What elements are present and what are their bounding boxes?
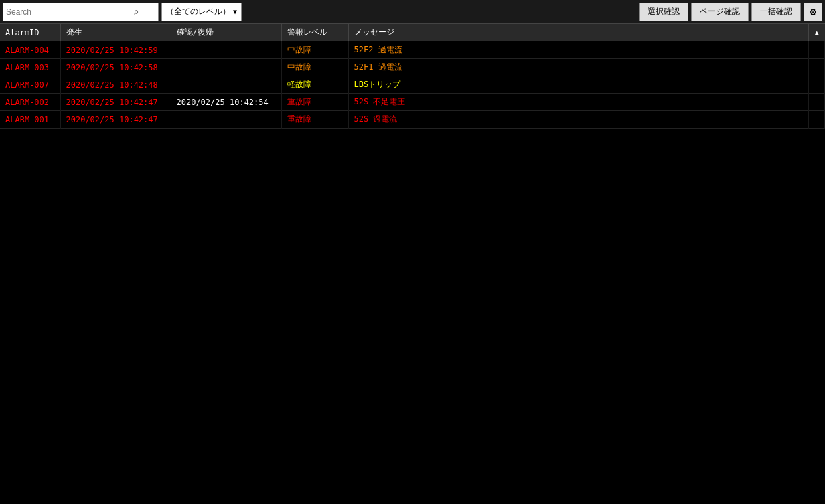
- cell-keihorebu: 中故障: [281, 59, 348, 76]
- col-header-alarm-id: AlarmID: [0, 24, 60, 41]
- toolbar: ⌕ （全てのレベル） ▼ 選択確認 ページ確認 一括確認 ⚙: [0, 0, 825, 24]
- alarm-table-container: AlarmID 発生 確認/復帰 警報レベル メッセージ ▲ ALARM-004…: [0, 24, 825, 504]
- alarm-table-body: ALARM-0042020/02/25 10:42:59中故障52F2 過電流A…: [0, 41, 825, 129]
- cell-hassei: 2020/02/25 10:42:58: [60, 59, 171, 76]
- settings-button[interactable]: ⚙: [804, 3, 822, 21]
- cell-hassei: 2020/02/25 10:42:59: [60, 41, 171, 59]
- cell-sort: [809, 41, 825, 59]
- col-header-keihorebu: 警報レベル: [281, 24, 348, 41]
- cell-sort: [809, 76, 825, 94]
- cell-kakunin: [171, 59, 281, 76]
- table-row[interactable]: ALARM-0042020/02/25 10:42:59中故障52F2 過電流: [0, 41, 825, 59]
- col-header-kakunin: 確認/復帰: [171, 24, 281, 41]
- cell-keihorebu: 中故障: [281, 41, 348, 59]
- cell-message: 52S 過電流: [348, 111, 809, 129]
- alarm-table: AlarmID 発生 確認/復帰 警報レベル メッセージ ▲ ALARM-004…: [0, 24, 825, 129]
- cell-hassei: 2020/02/25 10:42:47: [60, 94, 171, 111]
- cell-message: LBSトリップ: [348, 76, 809, 94]
- cell-message: 52F2 過電流: [348, 41, 809, 59]
- cell-keihorebu: 重故障: [281, 111, 348, 129]
- cell-alarm-id: ALARM-007: [0, 76, 60, 94]
- cell-message: 52F1 過電流: [348, 59, 809, 76]
- cell-sort: [809, 94, 825, 111]
- page-confirm-button[interactable]: ページ確認: [691, 3, 749, 21]
- select-confirm-button[interactable]: 選択確認: [639, 3, 688, 21]
- level-filter-label: （全てのレベル）: [166, 6, 230, 17]
- cell-hassei: 2020/02/25 10:42:47: [60, 111, 171, 129]
- cell-alarm-id: ALARM-004: [0, 41, 60, 59]
- cell-alarm-id: ALARM-001: [0, 111, 60, 129]
- cell-message: 52S 不足電圧: [348, 94, 809, 111]
- all-confirm-button[interactable]: 一括確認: [751, 3, 801, 21]
- cell-keihorebu: 重故障: [281, 94, 348, 111]
- col-header-message: メッセージ: [348, 24, 809, 41]
- cell-hassei: 2020/02/25 10:42:48: [60, 76, 171, 94]
- cell-alarm-id: ALARM-003: [0, 59, 60, 76]
- table-row[interactable]: ALARM-0072020/02/25 10:42:48軽故障LBSトリップ: [0, 76, 825, 94]
- search-icon: ⌕: [133, 7, 139, 17]
- table-header-row: AlarmID 発生 確認/復帰 警報レベル メッセージ ▲: [0, 24, 825, 41]
- col-header-hassei: 発生: [60, 24, 171, 41]
- table-row[interactable]: ALARM-0012020/02/25 10:42:47重故障52S 過電流: [0, 111, 825, 129]
- col-header-sort[interactable]: ▲: [809, 24, 825, 41]
- cell-kakunin: [171, 76, 281, 94]
- level-filter-dropdown[interactable]: （全てのレベル） ▼: [161, 3, 242, 21]
- cell-keihorebu: 軽故障: [281, 76, 348, 94]
- cell-kakunin: [171, 111, 281, 129]
- chevron-down-icon: ▼: [233, 8, 237, 15]
- search-wrapper: ⌕: [3, 3, 159, 21]
- cell-sort: [809, 59, 825, 76]
- table-row[interactable]: ALARM-0022020/02/25 10:42:472020/02/25 1…: [0, 94, 825, 111]
- cell-kakunin: [171, 41, 281, 59]
- cell-alarm-id: ALARM-002: [0, 94, 60, 111]
- search-input[interactable]: [6, 7, 133, 17]
- cell-sort: [809, 111, 825, 129]
- table-row[interactable]: ALARM-0032020/02/25 10:42:58中故障52F1 過電流: [0, 59, 825, 76]
- cell-kakunin: 2020/02/25 10:42:54: [171, 94, 281, 111]
